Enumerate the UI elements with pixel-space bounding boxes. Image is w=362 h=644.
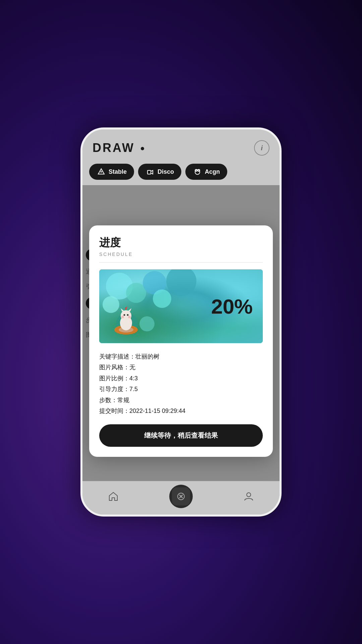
svg-point-1 xyxy=(100,171,102,173)
field-value-5: 2022-11-15 09:29:44 xyxy=(129,408,185,414)
field-label-3: 引导力度： xyxy=(99,386,129,392)
tab-acgn[interactable]: Acgn xyxy=(185,164,227,180)
profile-icon xyxy=(243,490,255,502)
app-logo: DRAW xyxy=(93,141,144,155)
header: DRAW i xyxy=(82,129,280,161)
info-row-5: 提交时间：2022-11-15 09:29:44 xyxy=(99,406,263,416)
stable-icon xyxy=(97,167,106,176)
app-screen: DRAW i Stable xyxy=(82,129,280,515)
field-label-4: 步数： xyxy=(99,397,117,404)
info-button[interactable]: i xyxy=(254,140,269,156)
dialog-subtitle: SCHEDULE xyxy=(99,252,263,257)
action-button[interactable]: 继续等待，稍后查看结果 xyxy=(99,424,263,447)
tab-acgn-label: Acgn xyxy=(205,168,220,175)
svg-point-9 xyxy=(121,310,131,321)
field-value-3: 7.5 xyxy=(129,386,138,392)
field-value-0: 壮丽的树 xyxy=(135,353,160,360)
tab-stable[interactable]: Stable xyxy=(89,164,134,180)
progress-dialog: 进度 SCHEDULE xyxy=(89,225,273,457)
svg-point-3 xyxy=(195,170,200,174)
field-value-1: 无 xyxy=(129,364,135,371)
svg-point-16 xyxy=(128,316,131,318)
field-label-0: 关键字描述： xyxy=(99,353,135,360)
create-button[interactable] xyxy=(169,485,193,508)
info-row-1: 图片风格：无 xyxy=(99,362,263,373)
svg-point-20 xyxy=(247,493,251,497)
field-label-2: 图片比例： xyxy=(99,375,129,382)
field-label-1: 图片风格： xyxy=(99,364,129,371)
cat-figure xyxy=(113,303,139,336)
disco-icon xyxy=(145,167,155,176)
svg-point-13 xyxy=(124,314,125,316)
svg-marker-11 xyxy=(128,308,131,312)
bubble-4 xyxy=(153,289,171,308)
svg-point-15 xyxy=(121,316,124,318)
nav-create[interactable] xyxy=(169,485,193,508)
info-icon: i xyxy=(261,144,263,152)
logo-dot xyxy=(141,147,144,150)
info-list: 关键字描述：壮丽的树 图片风格：无 图片比例：4:3 引导力度：7.5 步数：常… xyxy=(99,351,263,416)
info-row-0: 关键字描述：壮丽的树 xyxy=(99,351,263,362)
bottom-nav xyxy=(82,481,280,515)
info-row-4: 步数：常规 xyxy=(99,395,263,406)
dialog-title: 进度 xyxy=(99,235,263,250)
nav-home[interactable] xyxy=(107,490,119,502)
svg-point-14 xyxy=(127,314,129,316)
phone-frame: DRAW i Stable xyxy=(80,127,282,517)
tab-stable-label: Stable xyxy=(109,168,127,175)
svg-marker-10 xyxy=(121,308,124,312)
acgn-icon xyxy=(193,167,202,176)
svg-marker-12 xyxy=(125,306,127,310)
home-icon xyxy=(107,490,119,502)
progress-image-container: 20% xyxy=(99,269,263,343)
info-row-2: 图片比例：4:3 xyxy=(99,373,263,384)
tab-disco-label: Disco xyxy=(158,168,174,175)
tab-disco[interactable]: Disco xyxy=(138,164,181,180)
bubble-5 xyxy=(166,269,196,296)
bubble-8 xyxy=(139,316,155,331)
progress-percentage: 20% xyxy=(211,294,253,318)
bg-content: 通 引 步 图 蓝色 进度 SCHEDULE xyxy=(82,185,280,481)
field-label-5: 提交时间： xyxy=(99,408,129,414)
field-value-4: 常规 xyxy=(117,397,129,404)
nav-profile[interactable] xyxy=(243,490,255,502)
dialog-divider xyxy=(99,262,263,263)
svg-rect-2 xyxy=(147,170,151,174)
info-row-3: 引导力度：7.5 xyxy=(99,384,263,394)
create-button-inner xyxy=(172,487,190,505)
tabs-row: Stable Disco xyxy=(82,161,280,185)
field-value-2: 4:3 xyxy=(129,375,138,382)
